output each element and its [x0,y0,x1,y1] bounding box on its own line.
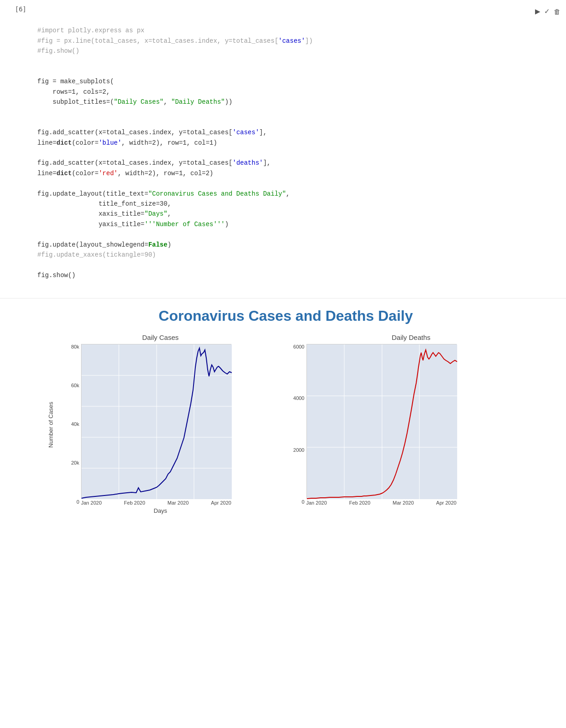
chart-left-area [81,344,231,499]
chart-right-y-ticks: 6000 4000 2000 0 [288,344,306,506]
chart-left-x-label: Days [37,507,284,514]
chart-left-wrapper: Daily Cases Number of Cases 80k 60k 40k … [37,334,284,514]
code-block: #import plotly.express as px #fig = px.l… [37,15,561,291]
chart-left-x-ticks: Jan 2020 Feb 2020 Mar 2020 Apr 2020 [81,500,231,506]
output-section: Coronavirus Cases and Deaths Daily Daily… [0,298,566,523]
check-button[interactable]: ✓ [544,7,550,15]
chart-left-y-ticks: 80k 60k 40k 20k 0 [65,344,81,506]
chart-main-title: Coronavirus Cases and Deaths Daily [37,308,534,324]
cell-label: [6] [0,4,32,294]
chart-left-subtitle: Daily Cases [37,334,284,341]
chart-right-svg [307,344,457,499]
chart-right-subtitle: Daily Deaths [288,334,535,341]
run-button[interactable]: ▶ [535,7,541,15]
cell-header: ▶ ✓ 🗑 [37,7,561,15]
chart-right-x-ticks: Jan 2020 Feb 2020 Mar 2020 Apr 2020 [306,500,457,506]
cell-code-content: ▶ ✓ 🗑 #import plotly.express as px #fig … [32,4,566,294]
charts-container: Daily Cases Number of Cases 80k 60k 40k … [37,334,534,514]
chart-right-area [306,344,457,499]
delete-button[interactable]: 🗑 [554,8,561,15]
chart-left-y-label: Number of Cases [48,401,55,447]
notebook-cell-6: [6] ▶ ✓ 🗑 #import plotly.express as px #… [0,0,566,298]
chart-right-wrapper: Daily Deaths 6000 4000 2000 0 [288,334,535,514]
chart-left-svg [82,344,232,499]
